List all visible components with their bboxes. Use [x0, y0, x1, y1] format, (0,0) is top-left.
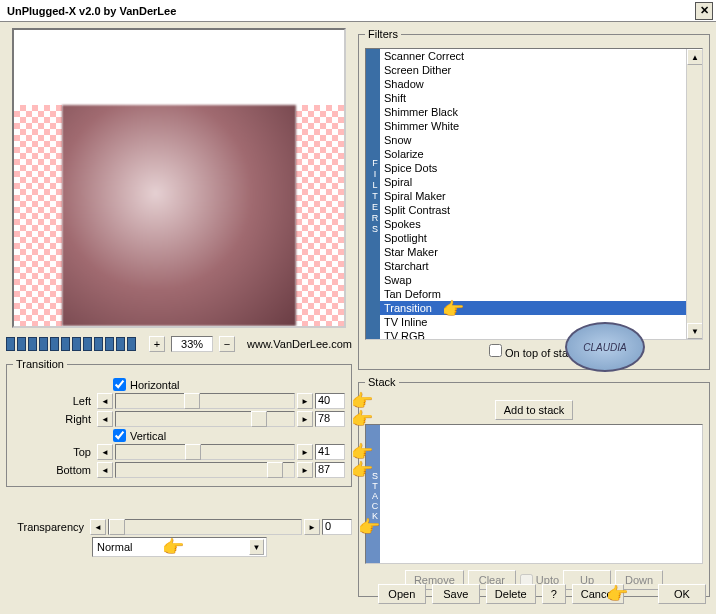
filter-item[interactable]: Shimmer Black: [380, 105, 686, 119]
watermark-badge: CLAUDIA: [565, 322, 645, 372]
scroll-up-icon[interactable]: ▲: [687, 49, 703, 65]
left-slider[interactable]: [115, 393, 295, 409]
window-title: UnPlugged-X v2.0 by VanDerLee: [3, 5, 176, 17]
chevron-down-icon: ▼: [249, 539, 264, 555]
top-dec-button[interactable]: ◄: [97, 444, 113, 460]
progress-bar: [6, 337, 143, 351]
pointer-icon: 👉: [606, 583, 628, 605]
transparency-inc-button[interactable]: ►: [304, 519, 320, 535]
right-inc-button[interactable]: ►: [297, 411, 313, 427]
top-inc-button[interactable]: ►: [297, 444, 313, 460]
vendor-link[interactable]: www.VanDerLee.com: [247, 338, 352, 350]
filter-item[interactable]: Spiral Maker: [380, 189, 686, 203]
ok-button[interactable]: OK: [658, 584, 706, 604]
bottom-value[interactable]: 87: [315, 462, 345, 478]
filters-side-label: FILTERS: [366, 49, 380, 339]
transparency-dec-button[interactable]: ◄: [90, 519, 106, 535]
filters-legend: Filters: [365, 28, 401, 40]
transition-group: Transition Horizontal Left ◄ ► 40 👉 Righ…: [6, 358, 352, 487]
transparency-value[interactable]: 0: [322, 519, 352, 535]
filter-item[interactable]: TV Inline: [380, 315, 686, 329]
top-value[interactable]: 41: [315, 444, 345, 460]
filter-item[interactable]: Star Maker: [380, 245, 686, 259]
filter-item[interactable]: Spotlight: [380, 231, 686, 245]
filter-item[interactable]: Shadow: [380, 77, 686, 91]
pointer-icon: 👉: [351, 459, 373, 481]
filter-item[interactable]: Starchart: [380, 259, 686, 273]
right-value[interactable]: 78: [315, 411, 345, 427]
filter-item[interactable]: Shift: [380, 91, 686, 105]
vertical-label: Vertical: [130, 430, 166, 442]
scroll-down-icon[interactable]: ▼: [687, 323, 703, 339]
pointer-icon: 👉: [358, 516, 380, 538]
bottom-slider[interactable]: [115, 462, 295, 478]
stack-list[interactable]: STACK: [365, 424, 703, 564]
vertical-checkbox[interactable]: [113, 429, 126, 442]
filter-item[interactable]: Snow: [380, 133, 686, 147]
top-label: Top: [13, 446, 95, 458]
filter-item[interactable]: Spice Dots: [380, 161, 686, 175]
open-button[interactable]: Open: [378, 584, 426, 604]
filter-item[interactable]: Scanner Correct: [380, 49, 686, 63]
pointer-icon: 👉: [351, 408, 373, 430]
left-dec-button[interactable]: ◄: [97, 393, 113, 409]
filter-item[interactable]: Split Contrast: [380, 203, 686, 217]
stack-group: Stack Add to stack STACK Remove Clear Up…: [358, 376, 710, 597]
help-button[interactable]: ?: [542, 584, 566, 604]
zoom-in-button[interactable]: +: [149, 336, 165, 352]
top-slider[interactable]: [115, 444, 295, 460]
add-to-stack-button[interactable]: Add to stack: [495, 400, 574, 420]
filter-item[interactable]: Screen Dither: [380, 63, 686, 77]
zoom-out-button[interactable]: −: [219, 336, 235, 352]
delete-button[interactable]: Delete: [486, 584, 536, 604]
left-label: Left: [13, 395, 95, 407]
preview-pane: [12, 28, 346, 328]
bottom-label: Bottom: [13, 464, 95, 476]
filter-item[interactable]: Swap: [380, 273, 686, 287]
zoom-value: 33%: [171, 336, 213, 352]
transition-legend: Transition: [13, 358, 67, 370]
filter-item[interactable]: Spiral: [380, 175, 686, 189]
right-label: Right: [13, 413, 95, 425]
scrollbar[interactable]: ▲ ▼: [686, 49, 702, 339]
bottom-inc-button[interactable]: ►: [297, 462, 313, 478]
on-top-checkbox[interactable]: [489, 344, 502, 357]
filter-item[interactable]: Shimmer White: [380, 119, 686, 133]
filter-item[interactable]: Spokes: [380, 217, 686, 231]
right-slider[interactable]: [115, 411, 295, 427]
pointer-icon: 👉: [162, 536, 184, 558]
filters-group: Filters FILTERS Scanner CorrectScreen Di…: [358, 28, 710, 370]
close-button[interactable]: ✕: [695, 2, 713, 20]
filter-item[interactable]: Solarize: [380, 147, 686, 161]
horizontal-label: Horizontal: [130, 379, 180, 391]
filter-list[interactable]: FILTERS Scanner CorrectScreen DitherShad…: [365, 48, 703, 340]
bottom-dec-button[interactable]: ◄: [97, 462, 113, 478]
left-inc-button[interactable]: ►: [297, 393, 313, 409]
save-button[interactable]: Save: [432, 584, 480, 604]
stack-legend: Stack: [365, 376, 399, 388]
transparency-label: Transparency: [6, 521, 88, 533]
filter-item[interactable]: Transition👉: [380, 301, 686, 315]
titlebar: UnPlugged-X v2.0 by VanDerLee ✕: [0, 0, 716, 22]
transparency-slider[interactable]: [108, 519, 302, 535]
right-dec-button[interactable]: ◄: [97, 411, 113, 427]
filter-item[interactable]: Tan Deform: [380, 287, 686, 301]
left-value[interactable]: 40: [315, 393, 345, 409]
blend-mode-value: Normal: [97, 541, 132, 553]
horizontal-checkbox[interactable]: [113, 378, 126, 391]
